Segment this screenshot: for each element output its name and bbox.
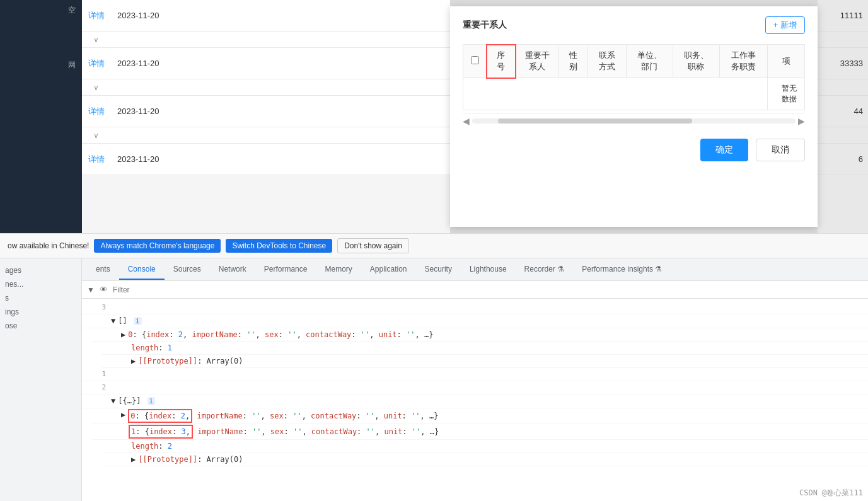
row-number-3: 44	[818, 96, 868, 127]
table-row: 详情 2023-11-20	[82, 48, 450, 79]
error-toggle[interactable]: ▼	[87, 285, 95, 294]
scrollbar-container: ◀ ▶	[463, 113, 806, 129]
empty-data-cell	[463, 78, 768, 110]
date-3: 2023-11-20	[117, 107, 159, 116]
table-row: 详情 2023-11-20	[82, 96, 450, 127]
console-text: 1: {index: 3, importName: '', sex: '', c…	[129, 425, 439, 439]
console-line-3: 2	[82, 381, 868, 394]
table-row: 详情 2023-11-20	[82, 144, 450, 175]
expand-arrow-1[interactable]	[111, 315, 115, 326]
scroll-left-icon[interactable]: ◀	[463, 116, 470, 126]
console-text: length: 2	[131, 441, 172, 452]
expand-arrow-2[interactable]	[111, 395, 115, 406]
tab-memory[interactable]: Memory	[316, 260, 361, 280]
tab-lighthouse[interactable]: Lighthouse	[461, 260, 516, 280]
date-2: 2023-11-20	[117, 59, 159, 68]
console-text: [[Prototype]]: Array(0)	[138, 355, 243, 367]
tab-security[interactable]: Security	[416, 260, 461, 280]
col-duties: 工作事务职责	[719, 45, 767, 78]
expand-arrow-item2[interactable]	[121, 409, 125, 420]
always-match-language-button[interactable]: Always match Chrome's language	[94, 239, 221, 253]
console-text: 0: {index: 2, importName: '', sex: '', c…	[128, 329, 433, 340]
tab-elements[interactable]: ents	[87, 260, 119, 280]
line-num: 3	[87, 302, 106, 313]
tab-performance[interactable]: Performance	[255, 260, 316, 280]
lang-bar-text: ow available in Chinese!	[8, 241, 89, 250]
row-number-1: 11111	[818, 0, 868, 32]
scroll-thumb[interactable]	[498, 118, 692, 124]
eye-icon[interactable]: 👁	[100, 285, 108, 294]
left-panel-item-ings[interactable]: ings	[0, 305, 81, 319]
left-panel-item-ages[interactable]: ages	[0, 263, 81, 277]
left-panel-item-ose[interactable]: ose	[0, 319, 81, 333]
chrome-language-bar: ow available in Chinese! Always match Ch…	[0, 233, 868, 258]
app-sidebar: 空 网	[0, 0, 82, 233]
detail-link-1[interactable]: 详情	[88, 10, 105, 21]
line-num: 1	[87, 369, 106, 380]
scroll-track	[472, 118, 796, 124]
tab-application[interactable]: Application	[361, 260, 416, 280]
col-title: 职务、职称	[673, 45, 719, 78]
sidebar-label-empty: 空	[0, 0, 82, 17]
left-panel-item-s[interactable]: s	[0, 291, 81, 305]
console-text: [[Prototype]]: Array(0)	[138, 454, 243, 465]
console-line-array1: [] i	[82, 314, 868, 328]
console-line-1: 3	[82, 301, 868, 314]
modal: 重要干系人 + 新增 序号 重要干系人 性别 联系方式	[450, 6, 818, 227]
detail-link-3[interactable]: 详情	[88, 106, 105, 117]
console-filter-input[interactable]	[113, 285, 863, 294]
select-all-checkbox[interactable]	[471, 56, 479, 64]
left-table-section: 详情 2023-11-20 ∨ 详情 2023-11-20 ∨ 详情 2023-…	[82, 0, 450, 233]
devtools-panel: ages nes... s ings ose ents Console Sour…	[0, 258, 868, 501]
scroll-right-icon[interactable]: ▶	[798, 116, 805, 126]
add-stakeholder-button[interactable]: + 新增	[765, 16, 805, 34]
right-numbers-column: 11111 33333 44 6	[818, 0, 868, 233]
console-text: length: 1	[131, 342, 172, 354]
stakeholder-table: 序号 重要干系人 性别 联系方式 单位、部门 职务、职称 工作事务职责 项	[463, 44, 806, 110]
expand-icon-2[interactable]: ∨	[93, 83, 99, 92]
switch-devtools-button[interactable]: Switch DevTools to Chinese	[226, 239, 332, 253]
expand-icon-3[interactable]: ∨	[93, 131, 99, 140]
col-name: 重要干系人	[516, 45, 559, 78]
col-unit: 单位、部门	[626, 45, 673, 78]
tab-performance-insights[interactable]: Performance insights ⚗	[573, 260, 671, 280]
modal-overlay: 重要干系人 + 新增 序号 重要干系人 性别 联系方式	[450, 0, 818, 233]
tab-console[interactable]: Console	[119, 260, 165, 280]
console-text: 0: {index: 2, importName: '', sex: '', c…	[128, 409, 438, 423]
left-panel-item-nes[interactable]: nes...	[0, 277, 81, 291]
col-contact: 联系方式	[587, 45, 626, 78]
row-number-4: 6	[818, 144, 868, 175]
dont-show-again-button[interactable]: Don't show again	[337, 238, 409, 253]
confirm-button[interactable]: 确定	[700, 139, 748, 161]
console-line-item1: 0: {index: 2, importName: '', sex: '', c…	[92, 328, 868, 342]
modal-header: 重要干系人 + 新增	[463, 16, 806, 34]
col-seq: 序号	[487, 45, 516, 78]
tab-network[interactable]: Network	[210, 260, 255, 280]
col-gender: 性别	[558, 45, 587, 78]
empty-data-text: 暂无数据	[768, 78, 805, 110]
date-4: 2023-11-20	[117, 154, 159, 164]
console-line-item3: 1: {index: 3, importName: '', sex: '', c…	[92, 424, 868, 440]
date-1: 2023-11-20	[117, 11, 159, 20]
detail-link-2[interactable]: 详情	[88, 58, 105, 69]
credit-text: CSDN @卷心菜111	[799, 488, 863, 498]
console-line-length2: length: 2	[102, 440, 868, 453]
col-item: 项	[768, 45, 805, 78]
expand-arrow-proto2[interactable]	[131, 454, 136, 465]
tab-recorder[interactable]: Recorder ⚗	[516, 260, 574, 280]
detail-link-4[interactable]: 详情	[88, 154, 105, 165]
col-checkbox	[463, 45, 487, 78]
table-row: 详情 2023-11-20	[82, 0, 450, 32]
sidebar-label-network: 网	[0, 55, 82, 72]
expand-arrow-proto1[interactable]	[131, 355, 136, 367]
console-content: 3 [] i 0: {index: 2,	[82, 299, 868, 501]
modal-title: 重要干系人	[463, 20, 507, 31]
cancel-button[interactable]: 取消	[756, 139, 805, 161]
expand-arrow-item1[interactable]	[121, 329, 125, 340]
console-line-item2: 0: {index: 2, importName: '', sex: '', c…	[92, 408, 868, 424]
tab-sources[interactable]: Sources	[165, 260, 210, 280]
console-line-proto1: [[Prototype]]: Array(0)	[102, 355, 868, 368]
row-number-2: 33333	[818, 48, 868, 79]
console-line-array2: [{…}] i	[82, 394, 868, 408]
expand-icon-1[interactable]: ∨	[93, 35, 99, 44]
